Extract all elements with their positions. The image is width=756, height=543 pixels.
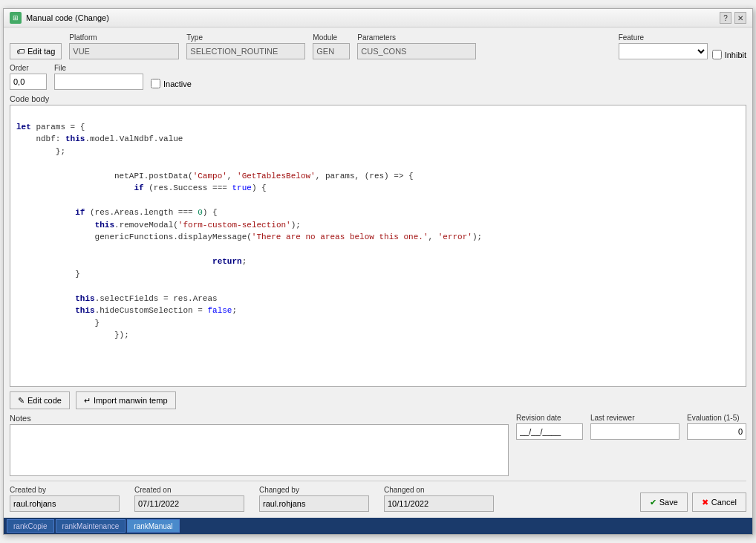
dialog-content: 🏷 Edit tag Platform Type Module Paramete…	[4, 27, 752, 518]
platform-input[interactable]	[69, 43, 179, 59]
code-action-buttons: ✎ Edit code ↵ Import manwin temp	[10, 391, 746, 409]
edit-tag-label: Edit tag	[27, 47, 55, 56]
title-bar: ⊞ Manual code (Change) ? ✕	[4, 9, 752, 27]
feature-label: Feature	[619, 33, 708, 42]
revision-section: Revision date Last reviewer Evaluation (…	[516, 414, 746, 440]
evaluation-label: Evaluation (1-5)	[687, 414, 746, 422]
inhibit-label: Inhibit	[725, 51, 746, 59]
close-button[interactable]: ✕	[734, 12, 746, 24]
revision-date-input[interactable]	[516, 423, 583, 440]
platform-label: Platform	[69, 33, 179, 42]
cancel-x-icon: ✖	[702, 498, 708, 507]
reviewer-input[interactable]	[590, 423, 680, 440]
revision-date-group: Revision date	[516, 414, 583, 440]
code-editor[interactable]: let params = { ndbf: this.model.ValNdbf.…	[10, 105, 746, 387]
import-manwin-label: Import manwin temp	[94, 396, 168, 405]
edit-code-button[interactable]: ✎ Edit code	[10, 391, 70, 409]
module-label: Module	[313, 33, 350, 42]
feature-select[interactable]	[619, 43, 708, 59]
created-by-input	[10, 495, 120, 512]
help-button[interactable]: ?	[720, 12, 731, 24]
reviewer-label: Last reviewer	[590, 414, 680, 422]
file-label: File	[54, 64, 143, 72]
save-checkmark-icon: ✔	[650, 498, 656, 507]
title-buttons: ? ✕	[720, 12, 746, 24]
changed-on-group: Changed on	[384, 486, 494, 512]
file-group: File	[54, 64, 143, 90]
evaluation-input[interactable]	[687, 423, 746, 440]
save-button[interactable]: ✔ Save	[640, 492, 688, 512]
top-row: 🏷 Edit tag Platform Type Module Paramete…	[10, 33, 746, 59]
main-dialog: ⊞ Manual code (Change) ? ✕ 🏷 Edit tag Pl…	[3, 8, 753, 535]
reviewer-group: Last reviewer	[590, 414, 680, 440]
order-group: Order	[10, 64, 47, 90]
action-buttons: ✔ Save ✖ Cancel	[640, 492, 746, 512]
parameters-group: Parameters	[357, 33, 476, 59]
footer-row: Created by Created on Changed by Changed…	[10, 481, 746, 512]
inactive-label: Inactive	[163, 79, 192, 88]
parameters-label: Parameters	[357, 33, 476, 42]
notes-revision-row: Notes Revision date Last reviewer Evalua…	[10, 414, 746, 476]
created-by-label: Created by	[10, 486, 120, 494]
order-row: Order File Inactive	[10, 64, 746, 90]
inactive-checkbox[interactable]	[151, 79, 160, 88]
import-icon: ↵	[84, 396, 91, 406]
edit-tag-icon: 🏷	[16, 47, 25, 56]
taskbar: rankCopie rankMaintenance rankManual	[4, 518, 752, 534]
dialog-icon: ⊞	[10, 12, 22, 24]
code-body-section: Code body let params = { ndbf: this.mode…	[10, 94, 746, 387]
edit-code-icon: ✎	[18, 396, 25, 406]
code-body-label: Code body	[10, 94, 746, 103]
changed-by-label: Changed by	[259, 486, 369, 494]
notes-textarea[interactable]	[10, 424, 509, 476]
parameters-input[interactable]	[357, 43, 476, 59]
type-input[interactable]	[186, 43, 305, 59]
save-label: Save	[659, 498, 678, 507]
revision-date-label: Revision date	[516, 414, 583, 422]
changed-by-input	[259, 495, 369, 512]
notes-label: Notes	[10, 414, 509, 423]
changed-on-input	[384, 495, 494, 512]
platform-group: Platform	[69, 33, 179, 59]
dialog-title: Manual code (Change)	[26, 13, 715, 22]
inactive-group: Inactive	[151, 79, 192, 90]
inhibit-checkbox[interactable]	[712, 50, 722, 59]
feature-inhibit-group: Feature Inhibit	[619, 33, 746, 59]
evaluation-group: Evaluation (1-5)	[687, 414, 746, 440]
edit-code-label: Edit code	[27, 396, 62, 405]
created-on-input	[134, 495, 244, 512]
changed-by-group: Changed by	[259, 486, 369, 512]
cancel-label: Cancel	[711, 498, 737, 507]
created-on-label: Created on	[134, 486, 244, 494]
type-group: Type	[186, 33, 305, 59]
edit-tag-button[interactable]: 🏷 Edit tag	[10, 43, 62, 59]
created-by-group: Created by	[10, 486, 120, 512]
created-on-group: Created on	[134, 486, 244, 512]
file-input[interactable]	[54, 74, 143, 90]
taskbar-item-rankmaintenance[interactable]: rankMaintenance	[56, 519, 126, 533]
changed-on-label: Changed on	[384, 486, 494, 494]
feature-group: Feature	[619, 33, 708, 59]
cancel-button[interactable]: ✖ Cancel	[692, 492, 746, 512]
module-input[interactable]	[313, 43, 350, 59]
taskbar-item-rankcopie[interactable]: rankCopie	[7, 519, 54, 533]
import-manwin-button[interactable]: ↵ Import manwin temp	[76, 391, 176, 409]
notes-section: Notes	[10, 414, 509, 476]
order-input[interactable]	[10, 74, 47, 90]
type-label: Type	[186, 33, 305, 42]
taskbar-item-rankmanual[interactable]: rankManual	[127, 519, 179, 533]
module-group: Module	[313, 33, 350, 59]
inhibit-group: Inhibit	[712, 50, 746, 59]
order-label: Order	[10, 64, 47, 72]
